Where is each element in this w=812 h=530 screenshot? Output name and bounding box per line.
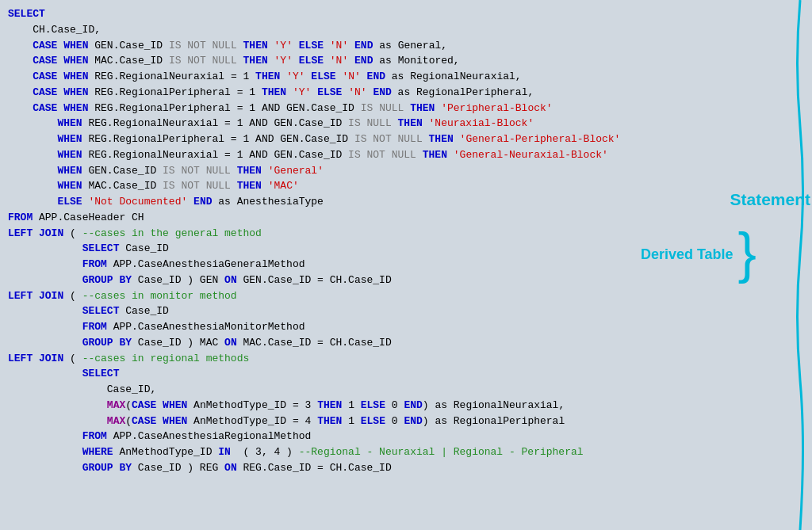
statement-bracket-line: [764, 0, 812, 530]
derived-table-annotation: Derived Table }: [641, 234, 756, 275]
statement-label: Statement: [730, 190, 810, 209]
table-row: Case_ID,: [8, 382, 761, 398]
table-row: CASE WHEN REG.RegionalNeuraxial = 1 THEN…: [8, 69, 761, 85]
table-row: SELECT: [8, 6, 761, 22]
table-row: CASE WHEN GEN.Case_ID IS NOT NULL THEN '…: [8, 38, 761, 54]
table-row: SELECT: [8, 366, 761, 382]
table-row: WHEN MAC.Case_ID IS NOT NULL THEN 'MAC': [8, 178, 761, 194]
table-row: LEFT JOIN ( --cases in monitor method: [8, 288, 761, 304]
table-row: WHEN REG.RegionalNeuraxial = 1 AND GEN.C…: [8, 116, 761, 132]
table-row: WHERE AnMethodType_ID IN ( 3, 4 ) --Regi…: [8, 444, 761, 460]
table-row: GROUP BY Case_ID ) REG ON REG.Case_ID = …: [8, 460, 761, 476]
table-row: FROM APP.CaseAnesthesiaMonitorMethod: [8, 319, 761, 335]
table-row: SELECT Case_ID: [8, 303, 761, 319]
derived-table-label: Derived Table: [641, 246, 733, 263]
table-row: WHEN REG.RegionalPeripheral = 1 AND GEN.…: [8, 132, 761, 147]
table-row: LEFT JOIN ( --cases in regional methods: [8, 351, 761, 367]
table-row: WHEN GEN.Case_ID IS NOT NULL THEN 'Gener…: [8, 163, 761, 179]
table-row: MAX(CASE WHEN AnMethodType_ID = 4 THEN 1…: [8, 414, 761, 429]
table-row: ELSE 'Not Documented' END as AnesthesiaT…: [8, 194, 761, 210]
table-row: CASE WHEN REG.RegionalPeripheral = 1 THE…: [8, 85, 761, 101]
table-row: FROM APP.CaseAnesthesiaRegionalMethod: [8, 429, 761, 444]
table-row: MAX(CASE WHEN AnMethodType_ID = 3 THEN 1…: [8, 398, 761, 414]
table-row: CASE WHEN REG.RegionalPeripheral = 1 AND…: [8, 101, 761, 116]
table-row: FROM APP.CaseHeader CH: [8, 210, 761, 226]
table-row: GROUP BY Case_ID ) MAC ON MAC.Case_ID = …: [8, 335, 761, 351]
table-row: CASE WHEN MAC.Case_ID IS NOT NULL THEN '…: [8, 53, 761, 69]
table-row: CH.Case_ID,: [8, 22, 761, 38]
table-row: WHEN REG.RegionalNeuraxial = 1 AND GEN.C…: [8, 147, 761, 163]
derived-table-bracket: }: [738, 231, 756, 275]
